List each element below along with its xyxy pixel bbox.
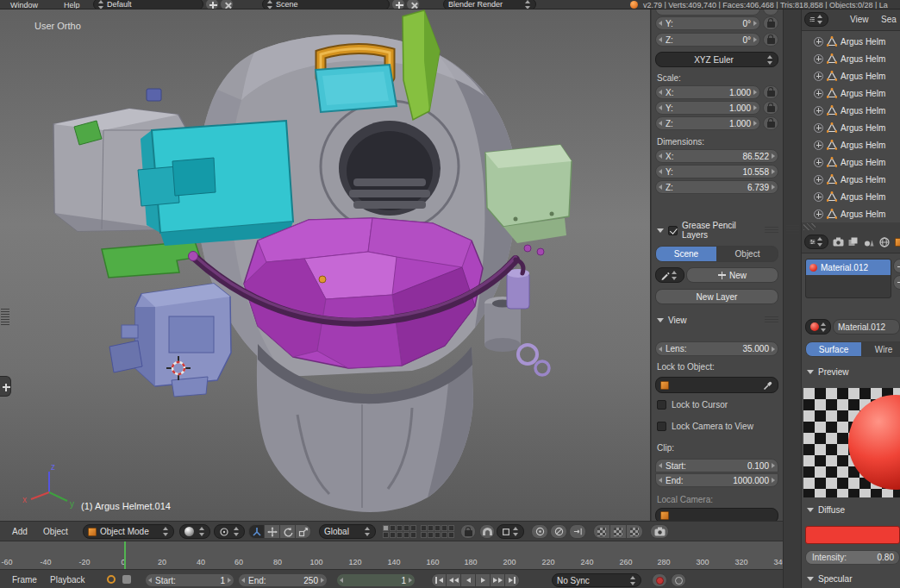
material-name-field[interactable]: Material.012 — [833, 319, 900, 335]
render-tab-icon[interactable] — [833, 237, 844, 248]
auto-keyframe-record-button[interactable] — [652, 573, 667, 587]
increment-arrow-icon[interactable] — [772, 463, 775, 468]
end-frame-field[interactable]: End: 250 — [238, 573, 328, 587]
panel-drag-grip-icon[interactable] — [765, 227, 778, 235]
surface-type-button[interactable]: Surface — [805, 341, 862, 357]
layer-cell[interactable] — [403, 532, 409, 538]
play-reverse-button[interactable] — [460, 573, 476, 587]
helmet-goggle[interactable] — [321, 101, 459, 232]
viewport-shading-selector[interactable] — [179, 524, 210, 539]
keying-set-button[interactable] — [671, 573, 686, 587]
increment-arrow-icon[interactable] — [228, 578, 231, 583]
delete-scene-button[interactable] — [406, 0, 420, 9]
layer-cell[interactable] — [390, 525, 396, 531]
play-button[interactable] — [475, 573, 491, 587]
lock-to-scene-button[interactable] — [460, 524, 476, 539]
delete-layout-button[interactable] — [220, 0, 234, 9]
manipulator-toggle-button[interactable] — [248, 524, 265, 539]
proportional-edit-button[interactable] — [550, 524, 567, 539]
menu-help[interactable]: Help — [64, 1, 80, 9]
increment-arrow-icon[interactable] — [772, 478, 775, 483]
outliner-item[interactable]: Argus Helm — [814, 33, 900, 50]
gp-scene-button[interactable]: Scene — [655, 246, 717, 262]
region-splitter-grip[interactable] — [1, 309, 9, 326]
increment-arrow-icon[interactable] — [772, 185, 775, 190]
blue-bolt[interactable] — [147, 89, 161, 101]
rotation-x-field[interactable] — [655, 9, 760, 16]
rotation-x-lock-button[interactable] — [763, 9, 778, 16]
clip-start-field[interactable]: Start: 0.100 — [655, 459, 778, 472]
lock-to-cursor-checkbox[interactable] — [657, 400, 666, 410]
scale-z-field[interactable]: Z: 1.000 — [655, 116, 760, 130]
scale-y-field[interactable]: Y: 1.000 — [655, 101, 760, 115]
layer-cell[interactable] — [421, 532, 427, 538]
menu-playback[interactable]: Playback — [50, 575, 85, 585]
rotation-y-lock-button[interactable] — [763, 16, 778, 30]
mode-selector[interactable]: Object Mode — [83, 524, 174, 539]
add-material-slot-button[interactable] — [893, 259, 900, 273]
expand-icon[interactable] — [814, 54, 823, 64]
sync-mode-selector[interactable]: No Sync — [552, 573, 641, 587]
object-tab-icon[interactable] — [895, 238, 900, 248]
gp-new-layer-button[interactable]: New Layer — [655, 289, 778, 304]
intensity-slider[interactable]: Intensity: 0.80 — [805, 550, 900, 565]
render-engine-selector[interactable]: Blender Render — [443, 0, 536, 9]
outliner-item[interactable]: Argus Helm — [814, 84, 900, 102]
cyan-visor[interactable] — [138, 121, 293, 246]
increment-arrow-icon[interactable] — [772, 347, 775, 352]
grease-pencil-panel-header[interactable]: Grease Pencil Layers — [657, 221, 778, 240]
layer-cell[interactable] — [383, 525, 389, 531]
panel-collapse-icon[interactable] — [657, 228, 664, 233]
increment-arrow-icon[interactable] — [772, 169, 775, 174]
expand-icon[interactable] — [814, 158, 823, 167]
layers-widget[interactable] — [383, 525, 416, 538]
menu-frame[interactable]: Frame — [12, 575, 37, 585]
dimension-z-field[interactable]: Z: 6.739 — [655, 180, 778, 194]
gp-new-button[interactable]: New — [686, 267, 778, 283]
menu-object[interactable]: Object — [43, 527, 68, 536]
panel-collapse-icon[interactable] — [807, 508, 814, 512]
outliner-item[interactable]: Argus Helm — [814, 153, 900, 171]
layer-cell[interactable] — [403, 525, 409, 531]
lock-to-object-field[interactable] — [655, 377, 778, 393]
decrement-arrow-icon[interactable] — [659, 90, 662, 95]
rotate-manipulator-button[interactable] — [279, 524, 296, 539]
snap-toggle-button[interactable] — [479, 524, 495, 539]
lock-range-icon[interactable] — [122, 575, 131, 584]
outliner-item[interactable]: Argus Helm — [814, 67, 900, 84]
snap-element-selector[interactable] — [497, 524, 524, 539]
grease-pencil-checkbox[interactable] — [668, 226, 678, 235]
left-blue-device[interactable] — [109, 284, 231, 397]
display-option-button[interactable] — [626, 524, 643, 539]
layer-cell[interactable] — [441, 525, 447, 531]
center-points-button[interactable] — [531, 524, 548, 539]
diffuse-panel-header[interactable]: Diffuse — [807, 505, 897, 515]
timeline-ruler[interactable]: -60 -40 -20 0 20 40 60 80 100 120 140 16… — [0, 541, 783, 569]
increment-arrow-icon[interactable] — [753, 90, 757, 95]
rotation-mode-selector[interactable]: XYZ Euler — [655, 52, 778, 67]
display-option-button[interactable] — [609, 524, 627, 539]
gp-object-button[interactable]: Object — [716, 246, 778, 262]
editor-type-selector[interactable] — [804, 12, 828, 27]
decrement-arrow-icon[interactable] — [659, 478, 662, 483]
viewport-3d[interactable]: z x y User Ortho (1) Argus Helmet.014 — [0, 9, 651, 521]
outliner-item[interactable]: Argus Helm — [814, 171, 900, 188]
material-slot-selected[interactable]: Material.012 — [806, 260, 891, 275]
layer-cell[interactable] — [441, 532, 447, 538]
splitter-grip-icon[interactable] — [786, 225, 799, 235]
next-keyframe-button[interactable] — [490, 573, 505, 587]
jump-to-start-button[interactable] — [431, 573, 447, 587]
scale-x-field[interactable]: X: 1.000 — [655, 85, 760, 99]
current-frame-field[interactable]: 1 — [336, 573, 416, 587]
layer-cell[interactable] — [448, 532, 454, 538]
layer-cell[interactable] — [390, 532, 396, 538]
expand-icon[interactable] — [814, 141, 823, 150]
outliner-menu-search[interactable]: Sea — [881, 15, 897, 24]
prev-keyframe-button[interactable] — [446, 573, 461, 587]
add-scene-button[interactable] — [391, 0, 405, 9]
layer-cell[interactable] — [421, 525, 427, 531]
decrement-arrow-icon[interactable] — [659, 105, 662, 110]
display-option-button[interactable] — [593, 524, 610, 539]
left-green-bracket[interactable] — [102, 241, 200, 278]
layer-cell[interactable] — [397, 525, 403, 531]
